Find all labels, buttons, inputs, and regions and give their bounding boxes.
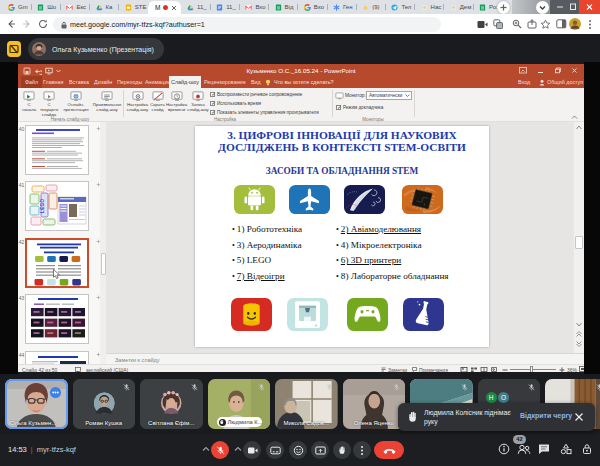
collapse-ribbon-icon[interactable] <box>571 115 578 120</box>
browser-tab[interactable]: Тел <box>385 0 414 14</box>
open-queue-button[interactable]: Відкрити чергу <box>520 412 572 419</box>
ribbon-checkbox[interactable]: ✓Воспроизвести речевое сопровождение <box>210 91 330 98</box>
camera-button[interactable] <box>243 441 261 459</box>
zoom-level[interactable]: 36% <box>567 367 577 373</box>
ribbon-tab[interactable]: Вставка <box>67 76 91 88</box>
view-normal-button[interactable] <box>460 366 468 373</box>
profile-avatar[interactable] <box>569 18 581 30</box>
scrollbar-thumb[interactable] <box>101 253 106 275</box>
ppt-minimize-button[interactable] <box>536 67 545 74</box>
ribbon-button[interactable]: Запись слайд-шоу <box>187 90 209 113</box>
camera-options-chevron[interactable] <box>234 446 242 452</box>
tab-search-button[interactable] <box>536 1 549 14</box>
window-close-button[interactable] <box>579 0 600 14</box>
browser-tab[interactable]: Від <box>269 0 298 14</box>
browser-tab[interactable]: Вхо <box>239 0 268 14</box>
browser-tab[interactable]: Дем <box>444 0 473 14</box>
zoom-slider-thumb[interactable] <box>530 366 533 372</box>
slide-thumbnail[interactable] <box>25 351 89 365</box>
vertical-scrollbar[interactable] <box>574 122 584 353</box>
participant-tile[interactable]: Ольга Кузьмен... <box>5 379 68 429</box>
browser-tab[interactable]: Екс <box>60 0 89 14</box>
chat-button[interactable] <box>538 443 550 455</box>
ribbon-button[interactable]: Произвольное слайд-шоу <box>92 90 122 113</box>
browser-tab[interactable]: Нас <box>415 0 444 14</box>
zoom-in-button[interactable] <box>559 367 565 373</box>
ribbon-button[interactable]: Онлайн-презентация <box>62 90 90 113</box>
scroll-down-icon[interactable] <box>576 322 582 327</box>
zoom-out-button[interactable] <box>502 369 508 371</box>
ppt-close-button[interactable] <box>570 67 579 74</box>
scroll-up-icon[interactable] <box>576 125 582 130</box>
new-tab-button[interactable] <box>497 1 510 14</box>
camera-in-use-icon[interactable] <box>477 20 488 29</box>
activities-button[interactable] <box>560 443 572 455</box>
participant-tile[interactable]: Світлана Єфім... <box>140 379 203 429</box>
slide-thumbnail[interactable] <box>25 238 89 288</box>
menu-dots-icon[interactable] <box>587 19 593 30</box>
scrollbar-thumb[interactable] <box>575 236 583 249</box>
back-button[interactable] <box>6 19 16 29</box>
presentation-indicator[interactable] <box>7 41 21 57</box>
mic-button[interactable] <box>211 441 229 459</box>
status-notes-button[interactable]: Заметки <box>388 367 407 373</box>
browser-tab[interactable]: Ген <box>327 0 356 14</box>
raise-hand-button[interactable] <box>333 441 351 459</box>
slide-canvas[interactable]: 3. ЦИФРОВІ ІННОВАЦІЇ ДЛЯ НАУКОВИХ ДОСЛІД… <box>195 126 489 347</box>
browser-tab[interactable]: 11_ <box>181 0 210 14</box>
notes-bar[interactable]: Заметки к слайду <box>106 353 584 364</box>
browser-tab[interactable]: Ка <box>90 0 119 14</box>
view-reading-button[interactable] <box>480 366 488 373</box>
browser-tab[interactable]: Шо <box>31 0 60 14</box>
ribbon-checkbox[interactable]: ✓Использовать время <box>210 100 330 107</box>
participant-tile[interactable]: Роман Кушка <box>73 379 136 429</box>
browser-tab[interactable]: 11_ <box>210 0 239 14</box>
ribbon-checkbox[interactable]: ✓Показать элементы управления проигрыват… <box>210 109 330 116</box>
slide-thumbnail[interactable] <box>25 125 89 175</box>
end-call-button[interactable] <box>374 441 404 459</box>
more-options-button[interactable] <box>353 441 371 459</box>
spellcheck-icon[interactable] <box>75 367 81 373</box>
ribbon-button[interactable]: С начала <box>20 90 38 113</box>
ribbon-tab[interactable]: Слайд-шоу <box>169 76 201 88</box>
tab-capture-icon[interactable] <box>493 19 503 29</box>
tell-me-box[interactable]: Что вы хотите сделать? <box>272 76 336 88</box>
browser-tab[interactable]: (9) <box>356 0 385 14</box>
ribbon-button[interactable]: Скрыть слайд <box>149 90 166 113</box>
reload-button[interactable] <box>38 19 48 29</box>
side-panel-icon[interactable] <box>556 19 567 29</box>
ribbon-tab[interactable]: Вид <box>249 76 263 88</box>
ppt-restore-button[interactable] <box>553 67 562 74</box>
participant-tile[interactable]: Людмила К... <box>208 379 271 429</box>
view-slideshow-button[interactable] <box>490 366 498 373</box>
presenter-name-pill[interactable]: Ольга Кузьменко (Презентація) <box>28 38 164 60</box>
tab-close-icon[interactable] <box>171 5 177 11</box>
browser-tab[interactable]: STE <box>119 0 148 14</box>
share-button[interactable]: Общий доступ <box>545 76 584 88</box>
ribbon-tab[interactable]: Анимации <box>143 76 172 88</box>
slide-thumbnail[interactable] <box>25 294 89 344</box>
status-language[interactable]: английский (США) <box>86 367 128 373</box>
ribbon-tab[interactable]: Файл <box>21 76 42 88</box>
address-bar[interactable]: meet.google.com/myr-tfzs-kqf?authuser=1 <box>53 17 441 32</box>
previous-slide-icon[interactable] <box>576 331 582 337</box>
browser-tab[interactable]: Gm <box>2 0 31 14</box>
captions-button[interactable] <box>266 441 284 459</box>
ribbon-tab[interactable]: Дизайн <box>92 76 114 88</box>
window-maximize-button[interactable] <box>567 0 579 14</box>
host-controls-button[interactable] <box>581 443 593 455</box>
reactions-button[interactable] <box>289 441 307 459</box>
participant-tile[interactable]: Микола Садов... <box>275 379 338 429</box>
sign-in-button[interactable]: Вход <box>516 76 532 88</box>
next-slide-icon[interactable] <box>576 341 582 347</box>
ribbon-button[interactable]: Настройка слайд-шоу <box>125 90 150 113</box>
share-icon[interactable] <box>527 19 537 29</box>
forward-button[interactable] <box>22 19 32 29</box>
zoom-icon[interactable] <box>512 19 522 29</box>
view-sorter-button[interactable] <box>470 366 478 373</box>
ribbon-options-icon[interactable] <box>519 67 527 74</box>
meeting-details-button[interactable] <box>498 443 510 455</box>
participant-tile[interactable]: Олена Яценко <box>343 379 406 429</box>
mic-options-chevron[interactable] <box>202 446 210 452</box>
status-comments-button[interactable]: Примечания <box>419 367 448 373</box>
